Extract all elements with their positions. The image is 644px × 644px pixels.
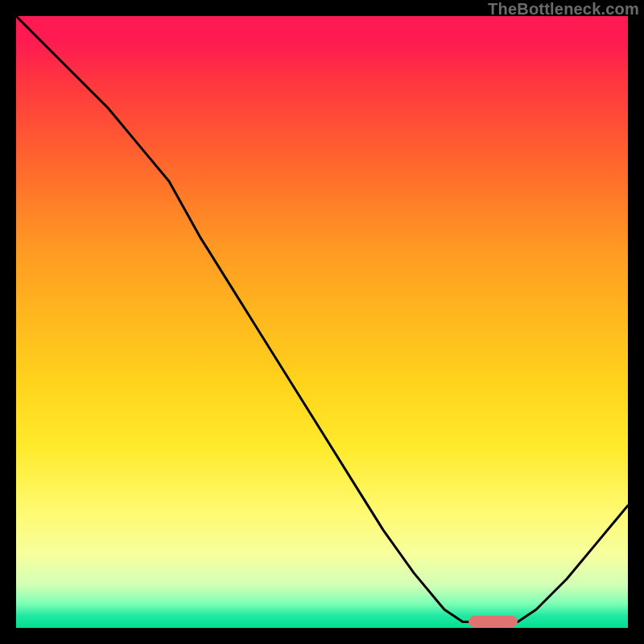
valley-marker — [469, 616, 518, 627]
curve-svg — [16, 16, 628, 628]
plot-area — [16, 16, 628, 628]
chart-frame: TheBottleneck.com — [0, 0, 644, 644]
bottleneck-curve-path — [16, 16, 628, 621]
